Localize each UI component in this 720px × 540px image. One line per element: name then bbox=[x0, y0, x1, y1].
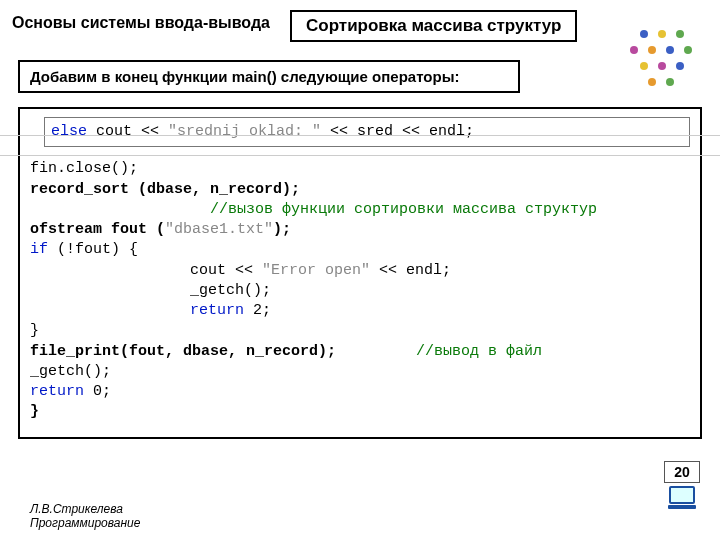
header: Основы системы ввода-вывода Сортировка м… bbox=[0, 0, 720, 42]
code-line: } bbox=[30, 402, 690, 422]
code-line: if (!fout) { bbox=[30, 240, 690, 260]
page-indicator: 20 bbox=[664, 461, 700, 510]
code-line: fin.close(); bbox=[30, 159, 690, 179]
computer-icon bbox=[667, 486, 697, 510]
kw-else: else bbox=[51, 123, 87, 140]
code-line: return 2; bbox=[30, 301, 690, 321]
code-comment: //вызов функции сортировки массива струк… bbox=[30, 200, 690, 220]
code-line: cout << "Error open" << endl; bbox=[30, 261, 690, 281]
code-block: else cout << "srednij oklad: " << sred <… bbox=[18, 107, 702, 439]
decorative-dots bbox=[630, 30, 700, 100]
footer-author: Л.В.Стрикелева Программирование bbox=[30, 502, 140, 530]
code-line: file_print(fout, dbase, n_record);//выво… bbox=[30, 342, 690, 362]
code-line: ofstream fout ("dbase1.txt"); bbox=[30, 220, 690, 240]
code-line: _getch(); bbox=[30, 281, 690, 301]
header-topic: Основы системы ввода-вывода bbox=[12, 10, 270, 32]
code-highlight-line: else cout << "srednij oklad: " << sred <… bbox=[44, 117, 690, 147]
subheading-box: Добавим в конец функции main() следующие… bbox=[18, 60, 520, 93]
code-line: _getch(); bbox=[30, 362, 690, 382]
code-line: record_sort (dbase, n_record); bbox=[30, 180, 690, 200]
header-title-box: Сортировка массива структур bbox=[290, 10, 577, 42]
code-line: } bbox=[30, 321, 690, 341]
code-line: return 0; bbox=[30, 382, 690, 402]
page-number: 20 bbox=[664, 461, 700, 483]
